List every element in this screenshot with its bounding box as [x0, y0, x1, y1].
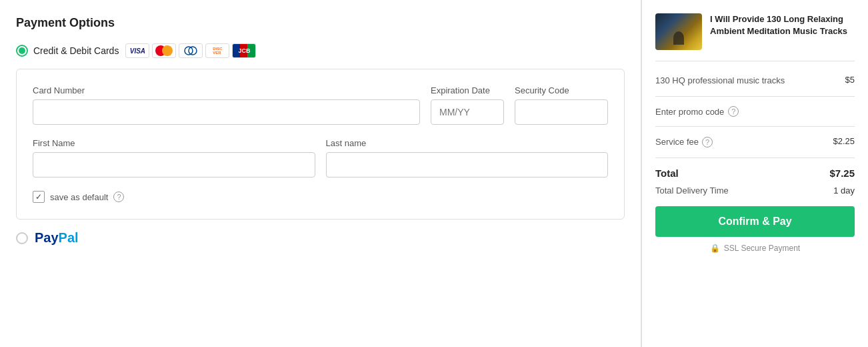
- delivery-label: Total Delivery Time: [655, 186, 729, 196]
- paypal-radio[interactable]: [16, 232, 28, 244]
- last-name-group: Last name: [326, 138, 609, 178]
- card-number-input[interactable]: [33, 99, 420, 125]
- card-icons: VISA DISCVER JCB: [125, 43, 256, 58]
- service-fee-row: Service fee ? $2.25: [655, 136, 855, 148]
- credit-card-label: Credit & Debit Cards: [33, 45, 119, 56]
- total-label: Total: [655, 167, 679, 179]
- item-description: 130 HQ professional music tracks: [655, 75, 785, 87]
- credit-card-radio[interactable]: [16, 45, 28, 57]
- credit-card-row: Credit & Debit Cards VISA DISCVER: [16, 43, 625, 58]
- service-fee-value: $2.25: [833, 136, 855, 146]
- promo-label: Enter promo code: [655, 107, 724, 117]
- card-number-group: Card Number: [33, 85, 420, 125]
- total-value: $7.25: [829, 167, 855, 179]
- divider-2: [655, 157, 855, 158]
- service-fee-help-icon[interactable]: ?: [702, 137, 713, 147]
- first-name-input[interactable]: [33, 152, 315, 178]
- order-summary-panel: I Will Provide 130 Long Relaxing Ambient…: [641, 0, 868, 347]
- confirm-pay-button[interactable]: Confirm & Pay: [655, 206, 855, 237]
- discover-icon: DISCVER: [205, 43, 229, 58]
- name-row: First Name Last name: [33, 138, 608, 178]
- last-name-label: Last name: [326, 138, 609, 148]
- jcb-icon: JCB: [232, 43, 256, 58]
- product-row: I Will Provide 130 Long Relaxing Ambient…: [655, 13, 855, 61]
- save-default-checkbox[interactable]: [33, 191, 45, 203]
- card-number-label: Card Number: [33, 85, 420, 95]
- service-fee-label: Service fee: [655, 136, 699, 148]
- delivery-value: 1 day: [833, 186, 855, 196]
- expiry-label: Expiration Date: [431, 85, 504, 95]
- expiry-group: Expiration Date: [431, 85, 504, 125]
- expiry-input[interactable]: [431, 99, 504, 125]
- section-title: Payment Options: [16, 16, 625, 30]
- save-default-help-icon[interactable]: ?: [113, 192, 124, 202]
- lock-icon: 🔒: [710, 244, 720, 253]
- promo-help-icon[interactable]: ?: [728, 106, 739, 117]
- security-group: Security Code: [515, 85, 608, 125]
- mastercard-icon: [152, 43, 176, 58]
- divider-1: [655, 96, 855, 97]
- save-default-row: save as default ?: [33, 191, 608, 203]
- security-label: Security Code: [515, 85, 608, 95]
- credit-card-option[interactable]: Credit & Debit Cards: [16, 45, 119, 57]
- ssl-row: 🔒 SSL Secure Payment: [655, 244, 855, 253]
- paypal-logo: PayPal: [35, 230, 79, 246]
- item-price: $5: [845, 75, 855, 85]
- delivery-row: Total Delivery Time 1 day: [655, 186, 855, 196]
- security-input[interactable]: [515, 99, 608, 125]
- first-name-group: First Name: [33, 138, 315, 178]
- last-name-input[interactable]: [326, 152, 609, 178]
- product-thumbnail: [655, 13, 702, 50]
- payment-options-panel: Payment Options Credit & Debit Cards VIS…: [0, 0, 641, 347]
- save-default-label: save as default: [50, 192, 108, 202]
- first-name-label: First Name: [33, 138, 315, 148]
- card-details-row: Card Number Expiration Date Security Cod…: [33, 85, 608, 125]
- order-details: 130 HQ professional music tracks $5 Ente…: [655, 75, 855, 196]
- total-row: Total $7.25: [655, 167, 855, 179]
- paypal-option[interactable]: PayPal: [16, 230, 625, 246]
- ssl-label: SSL Secure Payment: [724, 244, 800, 253]
- diners-icon: [179, 43, 203, 58]
- item-detail-row: 130 HQ professional music tracks $5: [655, 75, 855, 87]
- promo-row: Enter promo code ?: [655, 106, 855, 127]
- card-form: Card Number Expiration Date Security Cod…: [16, 69, 625, 220]
- product-title: I Will Provide 130 Long Relaxing Ambient…: [710, 13, 855, 50]
- visa-icon: VISA: [125, 43, 149, 58]
